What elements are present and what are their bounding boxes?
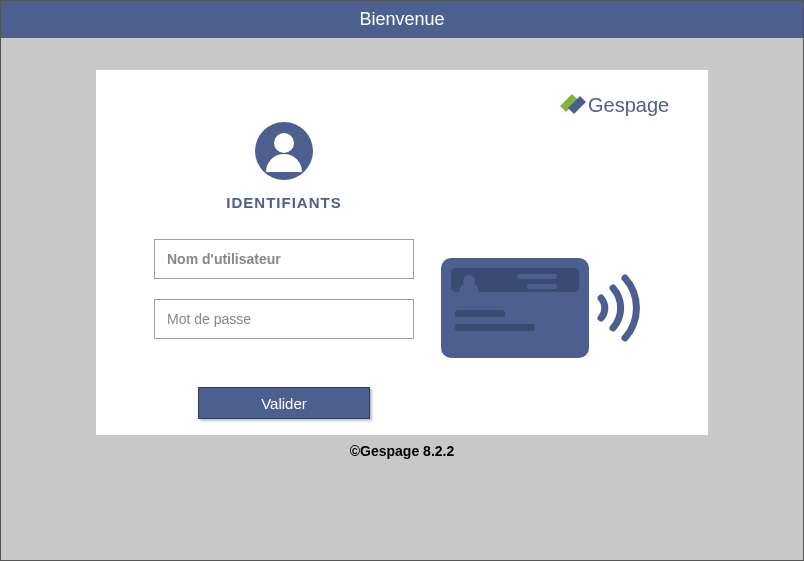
username-input[interactable] bbox=[154, 239, 414, 279]
header-bar: Bienvenue bbox=[1, 1, 803, 38]
card-reader-column bbox=[424, 120, 663, 435]
logo-mark-icon bbox=[560, 94, 586, 114]
svg-rect-7 bbox=[455, 310, 505, 317]
login-panel: Gespage IDENTIFIANTS Valider bbox=[96, 70, 708, 435]
section-label: IDENTIFIANTS bbox=[226, 194, 341, 211]
header-title: Bienvenue bbox=[359, 9, 444, 29]
user-icon bbox=[253, 120, 315, 186]
svg-rect-6 bbox=[527, 284, 557, 289]
brand-logo: Gespage bbox=[558, 88, 678, 126]
footer-text: ©Gespage 8.2.2 bbox=[1, 443, 803, 459]
password-input[interactable] bbox=[154, 299, 414, 339]
card-reader-icon bbox=[439, 248, 649, 378]
svg-point-1 bbox=[274, 133, 294, 153]
brand-name: Gespage bbox=[588, 94, 669, 116]
svg-rect-5 bbox=[517, 274, 557, 279]
submit-button[interactable]: Valider bbox=[198, 387, 370, 419]
svg-rect-8 bbox=[455, 324, 535, 331]
credentials-column: IDENTIFIANTS Valider bbox=[144, 120, 424, 435]
field-group bbox=[154, 239, 414, 359]
